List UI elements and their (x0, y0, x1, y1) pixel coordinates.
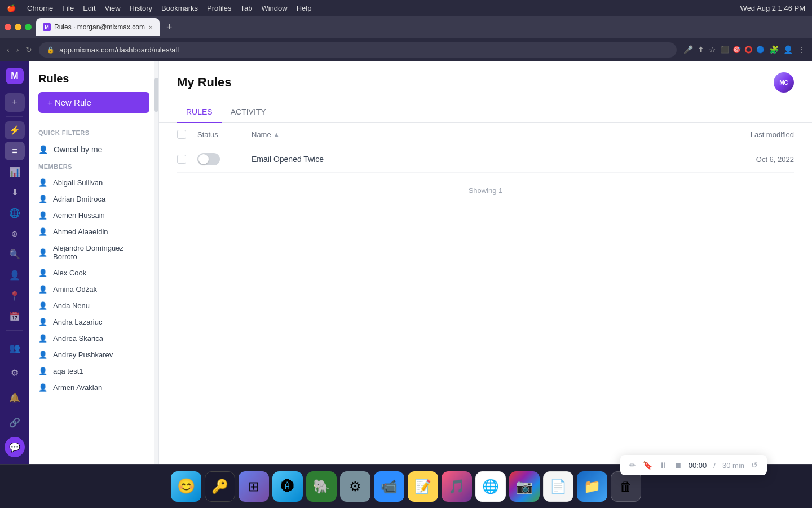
menu-profiles[interactable]: Profiles (207, 4, 231, 12)
profile-icon[interactable]: 👤 (783, 45, 793, 54)
tab-rules[interactable]: RULES (177, 102, 222, 123)
dock-finder[interactable]: 😊 (171, 471, 201, 502)
dock-preview[interactable]: 📄 (543, 471, 573, 502)
member-item[interactable]: 👤 Adrian Dmitroca (29, 191, 158, 207)
row-checkbox[interactable] (177, 155, 186, 164)
member-item[interactable]: 👤 Aemen Hussain (29, 207, 158, 224)
reload-button[interactable]: ↻ (25, 45, 32, 54)
more-icon[interactable]: ⋮ (797, 45, 805, 54)
dock-evernote[interactable]: 🐘 (306, 471, 337, 502)
browser-tab[interactable]: M Rules · morgan@mixmax.com ✕ (36, 18, 160, 36)
sidebar-item-team[interactable]: 👥 (5, 338, 25, 358)
dock-music[interactable]: 🎵 (442, 471, 472, 502)
scroll-track[interactable] (154, 61, 158, 464)
apple-icon[interactable]: 🍎 (7, 4, 16, 12)
sidebar-add-button[interactable]: + (5, 93, 25, 112)
app-logo[interactable]: M (6, 68, 24, 84)
bookmark-icon[interactable]: 🔖 (643, 461, 652, 470)
menu-edit[interactable]: Edit (83, 4, 95, 12)
member-item[interactable]: 👤 Andrea Skarica (29, 330, 158, 347)
share-icon[interactable]: ⬆ (698, 45, 704, 54)
chat-button[interactable]: 💬 (5, 437, 25, 457)
dock-system-settings[interactable]: ⚙ (340, 471, 370, 502)
tab-close-button[interactable]: ✕ (148, 24, 153, 30)
new-tab-button[interactable]: + (164, 19, 175, 36)
sidebar-item-notifications[interactable]: 🔔 (5, 387, 25, 408)
mic-icon[interactable]: 🎤 (683, 45, 693, 54)
dock-notes[interactable]: 📝 (408, 471, 438, 502)
sidebar-item-search[interactable]: 🔍 (5, 245, 25, 264)
close-window-button[interactable] (5, 24, 11, 30)
member-item[interactable]: 👤 Ahmed Alaaeldin (29, 224, 158, 240)
dock-1password[interactable]: 🔑 (205, 471, 235, 502)
user-avatar[interactable]: MC (774, 72, 794, 93)
sidebar-item-user[interactable]: 👤 (5, 266, 25, 284)
puzzle-icon[interactable]: 🧩 (769, 45, 779, 54)
sidebar-item-rules[interactable]: ≡ (5, 142, 25, 160)
menu-bookmarks[interactable]: Bookmarks (161, 4, 198, 12)
menu-tab[interactable]: Tab (240, 4, 252, 12)
stop-icon[interactable]: ⏹ (674, 461, 682, 470)
minimize-window-button[interactable] (15, 24, 21, 30)
member-item[interactable]: 👤 Andrey Pushkarev (29, 347, 158, 363)
star-icon[interactable]: ☆ (709, 45, 716, 54)
filter-owned-by-me[interactable]: 👤 Owned by me (29, 141, 158, 159)
back-button[interactable]: ‹ (7, 45, 10, 54)
member-item[interactable]: 👤 Anda Nenu (29, 297, 158, 314)
sidebar-item-settings[interactable]: ⚙ (5, 362, 25, 383)
sidebar-item-analytics[interactable]: 📊 (5, 163, 25, 181)
menu-help[interactable]: Help (297, 4, 312, 12)
member-icon: 👤 (38, 351, 47, 359)
ext2-icon[interactable]: 🎯 (732, 46, 741, 54)
member-item[interactable]: 👤 Abigail Sullivan (29, 174, 158, 191)
main-content: My Rules MC RULES ACTIVITY Status Name ▲… (159, 61, 812, 464)
quick-filters-label: QUICK FILTERS (29, 129, 158, 141)
name-column-header[interactable]: Name ▲ (251, 130, 742, 139)
dock-launchpad[interactable]: ⊞ (239, 471, 269, 502)
dock-trash[interactable]: 🗑 (611, 471, 641, 502)
dock-zoom[interactable]: 📹 (374, 471, 404, 502)
member-item[interactable]: 👤 Andra Lazariuc (29, 314, 158, 330)
dock-app-store[interactable]: 🅐 (272, 471, 303, 502)
fullscreen-window-button[interactable] (25, 24, 32, 30)
ext4-icon[interactable]: 🔵 (756, 46, 765, 54)
member-name: Armen Avakian (53, 383, 102, 392)
member-item[interactable]: 👤 Armen Avakian (29, 379, 158, 396)
select-all-checkbox[interactable] (177, 130, 186, 139)
sidebar-item-layers[interactable]: ⊕ (5, 225, 25, 243)
member-item[interactable]: 👤 aqa test1 (29, 363, 158, 379)
member-item[interactable]: 👤 Amina Odžak (29, 281, 158, 297)
member-item-alex-cook[interactable]: 👤 Alex Cook (29, 265, 158, 281)
sidebar-item-globe[interactable]: 🌐 (5, 204, 25, 222)
dock-files[interactable]: 📁 (577, 471, 607, 502)
table-row[interactable]: Email Opened Twice Oct 6, 2022 (177, 146, 794, 173)
new-rule-button[interactable]: + New Rule (38, 92, 149, 113)
member-icon: 👤 (38, 178, 47, 187)
sidebar-item-link[interactable]: 🔗 (5, 412, 25, 432)
ext1-icon[interactable]: ⬛ (721, 46, 729, 54)
dock-photos[interactable]: 📷 (509, 471, 540, 502)
pause-icon[interactable]: ⏸ (659, 461, 667, 470)
member-item[interactable]: 👤 Alejandro Domínguez Borroto (29, 240, 158, 265)
ext3-icon[interactable]: ⭕ (744, 46, 753, 54)
menu-history[interactable]: History (130, 4, 152, 12)
dock-chrome[interactable]: 🌐 (475, 471, 506, 502)
member-name: Anda Nenu (53, 301, 90, 310)
sidebar-item-calendar[interactable]: 📅 (5, 307, 25, 326)
menu-window[interactable]: Window (261, 4, 287, 12)
menu-file[interactable]: File (62, 4, 74, 12)
menu-chrome[interactable]: Chrome (27, 4, 53, 12)
edit-icon[interactable]: ✏ (629, 461, 636, 470)
tab-activity[interactable]: ACTIVITY (222, 102, 275, 123)
refresh-icon[interactable]: ↺ (751, 461, 758, 470)
forward-button[interactable]: › (16, 45, 19, 54)
sidebar-item-location[interactable]: 📍 (5, 287, 25, 305)
toggle-knob (198, 154, 209, 164)
member-icon: 👤 (38, 269, 47, 277)
menu-view[interactable]: View (105, 4, 121, 12)
url-input[interactable]: 🔒 app.mixmax.com/dashboard/rules/all (39, 42, 677, 58)
sidebar-item-activity[interactable]: ⚡ (5, 121, 25, 140)
left-panel-scroll[interactable]: QUICK FILTERS 👤 Owned by me MEMBERS 👤 Ab… (29, 129, 158, 464)
rule-status-toggle[interactable] (197, 153, 220, 165)
sidebar-item-download[interactable]: ⬇ (5, 183, 25, 202)
